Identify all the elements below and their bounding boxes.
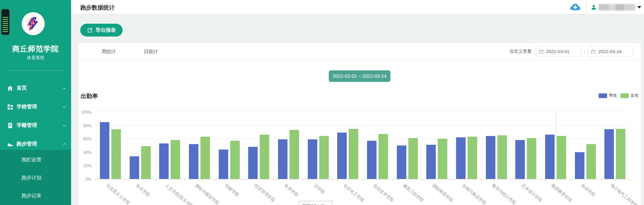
sidebar-item-home[interactable]: 首页	[0, 79, 71, 97]
x-axis-tick	[155, 179, 155, 181]
bar-男生-马克思主义学院	[100, 122, 109, 179]
x-axis-category-label: 建筑工程学院	[402, 183, 425, 203]
x-axis-tick	[95, 179, 96, 181]
bar-女生-信息技术学院	[379, 134, 388, 179]
submenu-item-running-plan[interactable]: 跑步计划	[0, 169, 71, 186]
x-axis-tick	[363, 179, 363, 181]
bar-女生-法学院	[319, 136, 329, 179]
bar-女生-音乐学院	[141, 146, 151, 179]
bar-女生-人文学院(应天书院)	[171, 140, 180, 179]
sidebar-divider	[7, 70, 64, 71]
x-axis-category-label: 人文学院(应天书院)	[164, 183, 196, 205]
bar-男生-测绘与规划学院	[189, 144, 198, 179]
app: 商丘师范学院 体育系统 首页 学校管理 学籍管理 跑步管理	[0, 0, 644, 205]
sidebar-item-label: 学籍管理	[17, 122, 62, 129]
date-range-badge[interactable]: 2022-03-01 ~ 2022-03-24	[329, 70, 390, 82]
sidebar-item-label: 首页	[17, 85, 62, 91]
screenshot-hint-overlay[interactable]: 截图(Alt + A)	[299, 201, 332, 205]
start-date-picker[interactable]	[536, 46, 581, 57]
x-axis-category-label: 化学化工学院	[342, 183, 365, 203]
chart-y-axis: 0%20%40%60%80%100%	[73, 112, 93, 179]
x-axis-category-label: 电子电气工程学院	[609, 183, 639, 205]
bar-女生-测绘与规划学院	[200, 137, 210, 179]
x-axis-tick	[571, 179, 571, 181]
x-axis-tick	[244, 179, 244, 181]
bar-男生-传媒学院	[219, 150, 228, 179]
calendar-icon	[591, 49, 596, 54]
x-axis-tick	[541, 179, 541, 181]
x-axis-category-label: 生物与食品学院	[461, 183, 487, 205]
legend-item-male[interactable]: 男生	[599, 93, 617, 98]
school-logo	[22, 12, 45, 35]
male-swatch	[599, 93, 607, 98]
custom-date-filter: 自定义查看 -	[510, 46, 633, 57]
bar-女生-传媒学院	[230, 141, 240, 179]
bar-女生-经济管理学院	[260, 135, 269, 179]
legend-label: 男生	[609, 93, 617, 98]
end-date-picker[interactable]	[588, 46, 633, 57]
gridline	[95, 112, 630, 112]
tab-daily-stats[interactable]: 日统计	[144, 43, 158, 60]
bar-女生-教师教育学院	[557, 136, 566, 179]
bar-男生-电子电气工程学院	[604, 129, 614, 179]
start-date-input[interactable]	[546, 49, 579, 54]
attendance-chart: 0%20%40%60%80%100% 马克思主义学院音乐学院人文学院(应天书院)…	[95, 112, 630, 179]
bar-男生-教师教育学院	[545, 135, 555, 179]
sidebar-item-student-mgmt[interactable]: 学籍管理	[0, 116, 71, 135]
x-axis-category-label: 外语学院	[580, 183, 596, 198]
female-swatch	[620, 93, 629, 98]
battery-stripes	[3, 17, 8, 33]
date-range-separator: -	[584, 49, 585, 54]
tab-weekly-stats[interactable]: 周统计	[102, 43, 116, 60]
x-axis-tick	[422, 179, 422, 181]
x-axis-tick	[392, 179, 393, 181]
sidebar-item-label: 学校管理	[17, 104, 62, 110]
end-date-input[interactable]	[598, 49, 631, 54]
export-report-button[interactable]: 导出报表	[80, 24, 123, 37]
x-axis-category-label: 经济管理学院	[253, 183, 276, 203]
sidebar-item-school-mgmt[interactable]: 学校管理	[0, 97, 71, 116]
sidebar-menu: 首页 学校管理 学籍管理 跑步管理	[0, 79, 71, 153]
gridline	[95, 125, 630, 126]
main-content: 导出报表 周统计 日统计 自定义查看 -	[71, 14, 644, 205]
header-divider	[586, 3, 586, 12]
bar-女生-国际教育学院	[438, 139, 447, 179]
home-icon	[7, 85, 14, 92]
chart-title: 出勤率	[81, 92, 98, 100]
x-axis-category-label: 马克思主义学院	[105, 183, 131, 205]
x-axis-tick	[600, 179, 600, 181]
x-axis-category-label: 传媒学院	[223, 183, 240, 198]
cloud-download-icon[interactable]	[570, 3, 581, 12]
submenu-item-fence-settings[interactable]: 围栏设置	[0, 152, 71, 168]
sidebar-item-label: 跑步管理	[17, 141, 62, 147]
page-title: 跑步数据统计	[80, 4, 115, 12]
system-name: 体育系统	[0, 55, 71, 61]
bar-女生-电子电气工程学院	[616, 129, 625, 179]
x-axis-category-label: 法学院	[313, 183, 326, 195]
export-icon	[87, 27, 93, 33]
bar-男生-艺术设计学院	[515, 140, 525, 179]
bar-男生-音乐学院	[130, 156, 139, 179]
x-axis-category-label: 信息技术学院	[372, 183, 395, 203]
submenu-item-running-records[interactable]: 跑步记录	[0, 187, 71, 204]
bar-女生-化学化工学院	[349, 129, 358, 179]
user-menu[interactable]	[591, 4, 641, 10]
legend-item-female[interactable]: 女生	[620, 93, 639, 98]
x-axis-category-label: 数学与统计学院	[491, 183, 517, 205]
bar-女生-数学与统计学院	[497, 135, 507, 179]
legend-label: 女生	[630, 93, 639, 98]
chevron-down-icon	[62, 123, 66, 128]
sidebar: 商丘师范学院 体育系统 首页 学校管理 学籍管理 跑步管理	[0, 0, 71, 205]
custom-view-label: 自定义查看	[510, 48, 532, 54]
y-axis-tick-label: 20%	[71, 163, 91, 168]
bar-男生-生物与食品学院	[456, 137, 466, 179]
x-axis-tick	[185, 179, 185, 181]
x-axis-tick	[125, 179, 126, 181]
chevron-down-icon	[62, 86, 66, 90]
battery-widget	[1, 9, 10, 35]
user-icon	[591, 4, 597, 10]
y-axis-tick-label: 60%	[71, 137, 91, 141]
shoe-icon	[7, 141, 14, 147]
chart-legend: 男生 女生	[599, 93, 639, 98]
chart-plot: 马克思主义学院音乐学院人文学院(应天书院)测绘与规划学院传媒学院经济管理学院美术…	[95, 112, 630, 179]
